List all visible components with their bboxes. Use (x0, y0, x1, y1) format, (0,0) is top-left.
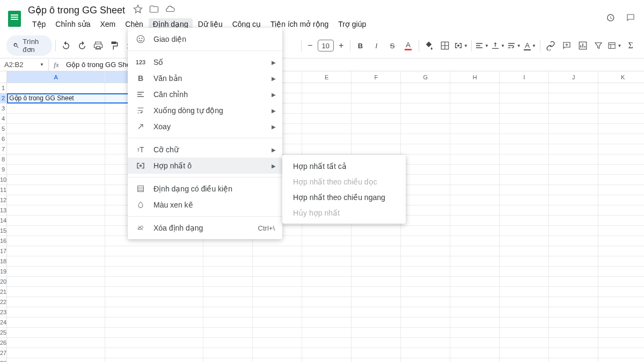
font-size-input[interactable]: 10 (318, 40, 334, 51)
col-header-I[interactable]: I (500, 71, 549, 83)
functions-button[interactable]: Σ (624, 39, 638, 53)
menu-search[interactable]: Trình đơn (6, 35, 52, 56)
format-merge[interactable]: Hợp nhất ô▶ (128, 158, 282, 174)
row-header-27[interactable]: 27 (0, 348, 6, 358)
col-header-J[interactable]: J (549, 71, 598, 83)
sheets-logo[interactable] (6, 8, 23, 29)
cloud-icon[interactable] (165, 4, 175, 16)
row-header-20[interactable]: 20 (0, 277, 6, 287)
menu-view[interactable]: Xem (96, 18, 120, 30)
format-number[interactable]: 123 Số▶ (128, 54, 282, 70)
rotate-button[interactable]: A▼ (523, 39, 537, 53)
row-header-25[interactable]: 25 (0, 328, 6, 338)
name-box[interactable]: A2:B2 ▼ (0, 58, 48, 71)
theme-icon (135, 34, 146, 45)
row-header-21[interactable]: 21 (0, 287, 6, 297)
row-header-28[interactable]: 28 (0, 358, 6, 362)
undo-button[interactable] (59, 39, 73, 53)
col-header-A[interactable]: A (7, 71, 105, 83)
format-theme-label: Giao diện (153, 35, 186, 43)
fontsize-icon: тT (135, 144, 146, 155)
unmerge: Hủy hợp nhất (282, 205, 406, 220)
row-header-6[interactable]: 6 (0, 134, 6, 144)
align-icon (135, 89, 146, 100)
bold-button[interactable]: B (354, 39, 368, 53)
col-header-E[interactable]: E (302, 71, 352, 83)
col-header-F[interactable]: F (352, 71, 401, 83)
merge-button[interactable]: ▼ (454, 39, 468, 53)
row-header-3[interactable]: 3 (0, 104, 6, 114)
paint-format-button[interactable] (107, 39, 121, 53)
col-header-K[interactable]: K (598, 71, 644, 83)
font-size-increase[interactable]: + (336, 41, 347, 50)
svg-point-3 (137, 35, 144, 43)
toolbar: Trình đơn 10 − 10 + B I S A ▼ ▼ ▼ ▼ A▼ ▼… (0, 33, 644, 58)
row-header-8[interactable]: 8 (0, 154, 6, 165)
insert-chart-button[interactable] (576, 39, 590, 53)
row-header-7[interactable]: 7 (0, 144, 6, 154)
row-header-18[interactable]: 18 (0, 256, 6, 267)
format-clear[interactable]: Xóa định dạng Ctrl+\ (128, 220, 282, 236)
row-header-9[interactable]: 9 (0, 165, 6, 175)
merge-horizontal[interactable]: Hợp nhất theo chiều ngang (282, 189, 406, 205)
valign-button[interactable]: ▼ (491, 39, 505, 53)
doc-title[interactable]: Gộp ô trong GG Sheet (28, 4, 125, 16)
redo-button[interactable] (75, 39, 89, 53)
history-icon[interactable] (605, 13, 615, 25)
row-header-15[interactable]: 15 (0, 226, 6, 236)
format-conditional[interactable]: Định dạng có điều kiện (128, 181, 282, 197)
text-color-button[interactable]: A (401, 39, 415, 53)
link-button[interactable] (544, 39, 558, 53)
fill-color-button[interactable] (422, 39, 436, 53)
insert-comment-button[interactable] (560, 39, 574, 53)
menu-file[interactable]: Tệp (28, 18, 50, 30)
font-size-decrease[interactable]: − (305, 41, 316, 50)
row-header-16[interactable]: 16 (0, 236, 6, 246)
format-text[interactable]: B Văn bản▶ (128, 70, 282, 86)
row-header-12[interactable]: 12 (0, 195, 6, 205)
merge-all[interactable]: Hợp nhất tất cả (282, 158, 406, 174)
wrap-button[interactable]: ▼ (507, 39, 521, 53)
row-header-1[interactable]: 1 (0, 83, 6, 93)
row-header-26[interactable]: 26 (0, 338, 6, 348)
menu-bar: Tệp Chỉnh sửa Xem Chèn Định dạng Dữ liệu… (28, 17, 600, 33)
col-header-H[interactable]: H (450, 71, 500, 83)
row-header-14[interactable]: 14 (0, 216, 6, 226)
format-theme[interactable]: Giao diện (128, 31, 282, 47)
select-all-corner[interactable] (0, 71, 6, 83)
merge-vertical: Hợp nhất theo chiều dọc (282, 174, 406, 189)
format-rotate[interactable]: Xoay▶ (128, 119, 282, 135)
row-header-24[interactable]: 24 (0, 317, 6, 328)
menu-search-label: Trình đơn (23, 38, 46, 54)
row-header-23[interactable]: 23 (0, 307, 6, 317)
borders-button[interactable] (438, 39, 452, 53)
row-header-4[interactable]: 4 (0, 114, 6, 124)
format-fontsize[interactable]: тT Cỡ chữ▶ (128, 142, 282, 158)
menu-help[interactable]: Trợ giúp (334, 18, 370, 30)
row-header-17[interactable]: 17 (0, 246, 6, 256)
comment-icon[interactable] (626, 13, 635, 25)
move-icon[interactable] (149, 4, 159, 16)
row-header-11[interactable]: 11 (0, 185, 6, 195)
row-header-19[interactable]: 19 (0, 267, 6, 277)
col-header-G[interactable]: G (401, 71, 450, 83)
format-altcolors[interactable]: Màu xen kẽ (128, 197, 282, 213)
filter-views-button[interactable]: ▼ (608, 39, 621, 53)
halign-button[interactable]: ▼ (475, 39, 489, 53)
row-header-10[interactable]: 10 (0, 175, 6, 185)
name-box-value: A2:B2 (4, 61, 23, 69)
row-header-22[interactable]: 22 (0, 297, 6, 307)
star-icon[interactable] (133, 4, 143, 16)
format-align[interactable]: Căn chỉnh▶ (128, 86, 282, 102)
bold-icon: B (135, 73, 146, 84)
menu-edit[interactable]: Chỉnh sửa (51, 18, 94, 30)
row-header-2[interactable]: 2 (0, 93, 6, 104)
strike-button[interactable]: S (385, 39, 399, 53)
row-header-13[interactable]: 13 (0, 205, 6, 216)
italic-button[interactable]: I (369, 39, 383, 53)
format-wrap[interactable]: Xuống dòng tự động▶ (128, 102, 282, 119)
print-button[interactable] (91, 39, 105, 53)
rotate-icon (135, 121, 146, 132)
filter-button[interactable] (592, 39, 606, 53)
row-header-5[interactable]: 5 (0, 124, 6, 134)
